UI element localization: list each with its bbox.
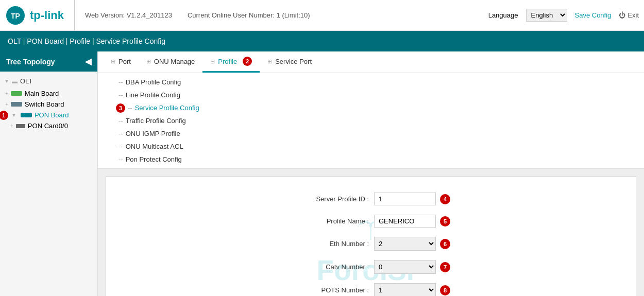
expand-icon: + <box>5 101 8 107</box>
expand-nav-icon: ⊞ <box>111 58 115 65</box>
breadcrumb: OLT | PON Board | Profile | Service Prof… <box>0 31 644 51</box>
tree-item-olt[interactable]: ▼ ▬ OLT <box>0 74 97 88</box>
pots-number-select[interactable]: 0 1 2 <box>374 283 436 296</box>
eth-number-label: Eth Number : <box>292 240 374 248</box>
sidebar-tree: ▼ ▬ OLT + Main Board + Switch Board 1 ▼ <box>0 72 97 134</box>
nav-item-profile[interactable]: ⊟ Profile 2 <box>202 51 260 73</box>
sidebar-title: Tree Topology ◀ <box>0 51 97 72</box>
sub-menu: -- DBA Profile Config -- Line Profile Co… <box>98 73 644 169</box>
tree-item-switch-board[interactable]: + Switch Board <box>0 99 97 110</box>
sidebar-collapse-button[interactable]: ◀ <box>85 57 91 66</box>
board-icon <box>21 113 32 117</box>
profile-name-input[interactable] <box>374 215 436 228</box>
expand-nav-icon: ⊞ <box>267 58 272 65</box>
logo-text: tp-link <box>30 9 64 22</box>
board-icon <box>11 91 22 96</box>
tree-item-main-board[interactable]: + Main Board <box>0 88 97 99</box>
language-label: Language <box>488 11 518 19</box>
header: TP tp-link Web Version: V1.2.4_201123 Cu… <box>0 0 644 31</box>
expand-icon: + <box>10 123 13 129</box>
profile-name-row: Profile Name : 5 <box>116 215 625 228</box>
olt-icon: ▬ <box>12 78 18 84</box>
server-profile-id-row: Server Profile ID : 4 <box>116 193 625 205</box>
eth-number-row: Eth Number : 0 1 2 3 4 6 <box>116 237 625 251</box>
form-area: Server Profile ID : 4 Profile Name : 5 E… <box>116 193 625 296</box>
step-7-badge: 7 <box>440 262 450 272</box>
save-config-button[interactable]: Save Config <box>575 11 612 19</box>
power-icon: ⏻ <box>619 11 625 19</box>
header-right: Language English Chinese Save Config ⏻ E… <box>488 9 639 22</box>
main-layout: Tree Topology ◀ ▼ ▬ OLT + Main Board + S… <box>0 51 644 296</box>
content-area: ForoISP Server Profile ID : 4 Profile Na… <box>98 169 644 296</box>
language-select[interactable]: English Chinese <box>526 9 567 22</box>
expand-icon: ▼ <box>11 112 16 118</box>
sub-item-pon-protect[interactable]: -- Pon Protect Config <box>113 153 644 166</box>
nav-item-onu-manage[interactable]: ⊞ ONU Manage <box>139 51 202 73</box>
server-profile-id-label: Server Profile ID : <box>292 195 374 203</box>
exit-button[interactable]: ⏻ Exit <box>619 11 639 19</box>
sub-item-onu-multicast[interactable]: -- ONU Multicast ACL <box>113 140 644 153</box>
sub-item-dba-profile[interactable]: -- DBA Profile Config <box>113 76 644 89</box>
eth-number-select[interactable]: 0 1 2 3 4 <box>374 237 436 251</box>
tp-link-logo-icon: TP <box>5 5 26 26</box>
sub-item-traffic-profile[interactable]: -- Traffic Profile Config <box>113 114 644 127</box>
step-8-badge: 8 <box>440 285 450 295</box>
online-users-label: Current Online User Number: 1 (Limit:10) <box>188 11 310 19</box>
pots-number-row: POTS Number : 0 1 2 8 <box>116 283 625 296</box>
sub-item-onu-igmp[interactable]: -- ONU IGMP Profile <box>113 127 644 140</box>
card-icon <box>16 124 25 128</box>
pots-number-label: POTS Number : <box>292 286 374 294</box>
expand-icon: + <box>5 91 8 96</box>
profile-nav-badge: 2 <box>243 57 252 66</box>
content-box: ForoISP Server Profile ID : 4 Profile Na… <box>106 177 636 296</box>
expand-nav-icon: ⊟ <box>210 58 215 65</box>
catv-number-row: Catv Number : 0 1 2 7 <box>116 260 625 274</box>
olt-label: OLT <box>20 77 32 85</box>
nav-item-service-port[interactable]: ⊞ Service Port <box>260 51 319 73</box>
tree-item-pon-board[interactable]: 1 ▼ PON Board <box>0 110 97 120</box>
step-6-badge: 6 <box>440 239 450 249</box>
web-version-label: Web Version: V1.2.4_201123 <box>85 11 172 19</box>
svg-text:TP: TP <box>11 12 20 20</box>
catv-number-select[interactable]: 0 1 2 <box>374 260 436 274</box>
service-profile-badge: 3 <box>116 103 125 113</box>
header-info: Web Version: V1.2.4_201123 Current Onlin… <box>75 11 488 19</box>
step-5-badge: 5 <box>440 216 450 227</box>
sub-item-line-profile[interactable]: -- Line Profile Config <box>113 89 644 101</box>
server-profile-id-input[interactable] <box>374 193 436 205</box>
expand-icon: ▼ <box>4 78 9 84</box>
logo-area: TP tp-link <box>5 0 75 30</box>
tree-item-pon-card[interactable]: + PON Card0/0 <box>0 120 97 131</box>
pon-board-badge: 1 <box>0 111 8 120</box>
profile-name-label: Profile Name : <box>292 217 374 225</box>
board-icon <box>11 102 22 107</box>
sub-item-service-profile[interactable]: 3 -- Service Profile Config <box>113 101 644 114</box>
step-4-badge: 4 <box>440 194 450 204</box>
nav-menu: ⊞ Port ⊞ ONU Manage ⊟ Profile 2 ⊞ Servic… <box>98 51 644 73</box>
sidebar: Tree Topology ◀ ▼ ▬ OLT + Main Board + S… <box>0 51 98 296</box>
catv-number-label: Catv Number : <box>292 263 374 271</box>
right-panel: ⊞ Port ⊞ ONU Manage ⊟ Profile 2 ⊞ Servic… <box>98 51 644 296</box>
expand-nav-icon: ⊞ <box>146 58 151 65</box>
nav-item-port[interactable]: ⊞ Port <box>103 51 139 73</box>
